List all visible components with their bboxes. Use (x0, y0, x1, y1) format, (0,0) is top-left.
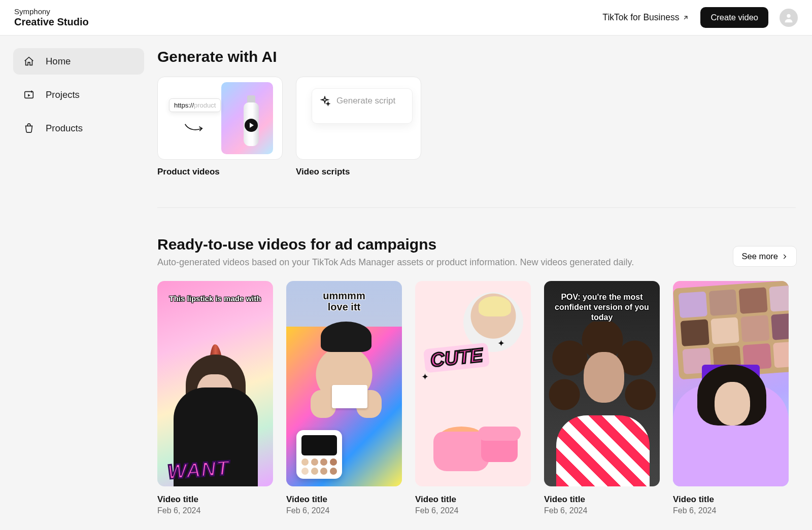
chevron-right-icon (781, 253, 788, 260)
person-hair (321, 322, 371, 352)
sidebar-item-projects[interactable]: Projects (13, 82, 144, 108)
video-title: Video title (544, 494, 660, 505)
video-card[interactable]: you guys, this palette is it Video title… (673, 281, 789, 515)
svg-point-0 (787, 14, 790, 17)
video-card[interactable]: This lipstick is made with WANT Video ti… (157, 281, 273, 515)
brand-line-2: Creative Studio (14, 16, 89, 27)
face-bubble (463, 292, 523, 352)
video-thumbnail: ummmm love itt (286, 281, 402, 486)
video-date: Feb 6, 2024 (673, 506, 789, 515)
url-path: product (194, 101, 216, 109)
create-video-button[interactable]: Create video (700, 7, 768, 28)
sidebar-item-label: Projects (46, 89, 80, 100)
sticker-text: CUTE (423, 342, 490, 373)
video-thumbnail: you guys, this palette is it (673, 281, 789, 486)
video-list: This lipstick is made with WANT Video ti… (157, 281, 797, 515)
sticker-text: WANT (167, 456, 230, 483)
thumbnail-caption: ummmm love itt (286, 290, 402, 312)
ready-heading: Ready-to-use videos for ad campaigns (157, 236, 634, 253)
palette-product (296, 430, 342, 479)
video-card[interactable]: ✦ CUTE ✦ Video title Feb 6, 2024 (415, 281, 531, 515)
video-date: Feb 6, 2024 (286, 506, 402, 515)
tiktok-business-link-label: TikTok for Business (602, 12, 679, 23)
video-title: Video title (415, 494, 531, 505)
header-actions: TikTok for Business Create video (602, 7, 798, 28)
sidebar-item-products[interactable]: Products (13, 115, 144, 142)
generate-cards: https://product Product videos Generate … (157, 77, 797, 177)
main-content: Generate with AI https://product Product… (157, 36, 812, 530)
video-card[interactable]: POV: you're the most confident version o… (544, 281, 660, 515)
brand-logo: Symphony Creative Studio (14, 8, 89, 27)
video-title: Video title (673, 494, 789, 505)
generate-card-label: Video scripts (296, 167, 421, 177)
url-protocol: https:// (174, 101, 194, 109)
tiktok-business-link[interactable]: TikTok for Business (602, 12, 689, 23)
sidebar-item-home[interactable]: Home (13, 48, 144, 75)
app-header: Symphony Creative Studio TikTok for Busi… (0, 0, 812, 36)
user-avatar[interactable] (780, 9, 798, 27)
home-icon (23, 56, 35, 67)
curved-arrow-icon (184, 122, 206, 136)
sparkle-icon: ✦ (421, 371, 429, 382)
video-thumbnail: POV: you're the most confident version o… (544, 281, 660, 486)
video-date: Feb 6, 2024 (544, 506, 660, 515)
ready-subheading: Auto-generated videos based on your TikT… (157, 257, 634, 268)
person-face (584, 352, 624, 403)
projects-icon (23, 89, 35, 100)
product-box (332, 385, 367, 408)
script-placeholder: Generate script (336, 96, 395, 106)
video-thumbnail: This lipstick is made with WANT (157, 281, 273, 486)
video-date: Feb 6, 2024 (157, 506, 273, 515)
sparkle-icon (319, 96, 330, 107)
generate-heading: Generate with AI (157, 48, 797, 65)
generate-card-label: Product videos (157, 167, 283, 177)
video-card[interactable]: ummmm love itt Video title Feb 6, 2024 (286, 281, 402, 515)
brand-line-1: Symphony (14, 8, 89, 16)
thumbnail-caption: POV: you're the most confident version o… (544, 292, 660, 323)
see-more-label: See more (741, 252, 778, 261)
sidebar-item-label: Home (46, 56, 71, 67)
url-chip: https://product (169, 98, 221, 112)
sidebar: Home Projects Products (0, 36, 157, 530)
person-outfit (556, 415, 650, 486)
script-sheet: Generate script (312, 88, 413, 124)
ready-header: Ready-to-use videos for ad campaigns Aut… (157, 236, 797, 268)
video-date: Feb 6, 2024 (415, 506, 531, 515)
user-icon (783, 12, 794, 23)
sparkle-icon: ✦ (497, 338, 505, 349)
generate-card-product-videos[interactable]: https://product Product videos (157, 77, 283, 177)
person-face (715, 382, 750, 426)
video-title: Video title (157, 494, 273, 505)
play-icon (245, 119, 258, 132)
section-divider (157, 207, 796, 208)
thumbnail-caption: This lipstick is made with (157, 294, 273, 303)
external-link-icon (682, 14, 689, 21)
generate-card-video-scripts[interactable]: Generate script Video scripts (296, 77, 421, 177)
video-title: Video title (286, 494, 402, 505)
jar-lid (478, 427, 521, 463)
sidebar-item-label: Products (46, 123, 83, 134)
video-thumbnail: ✦ CUTE ✦ (415, 281, 531, 486)
see-more-button[interactable]: See more (733, 246, 797, 267)
products-icon (23, 123, 35, 134)
